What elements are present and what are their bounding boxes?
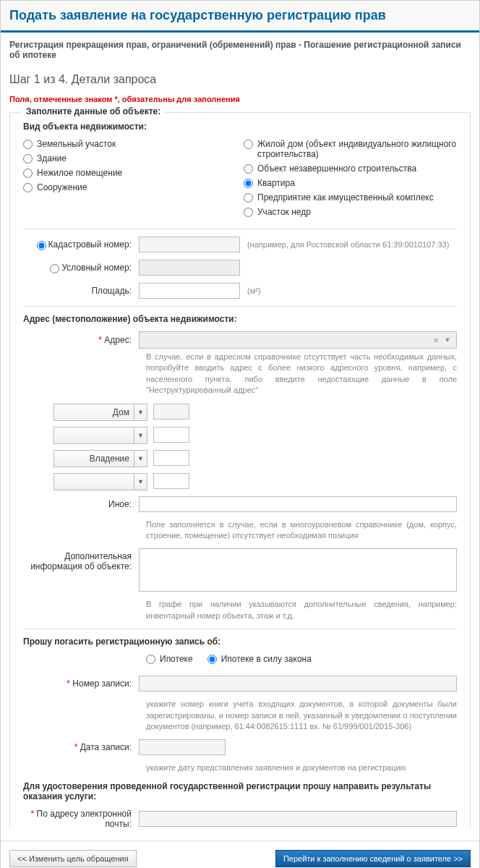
conditional-number-input bbox=[139, 260, 240, 276]
other-input[interactable] bbox=[139, 496, 457, 512]
address-clear-icon[interactable]: × bbox=[433, 335, 439, 346]
property-type-radio[interactable] bbox=[244, 193, 253, 203]
property-type-radio[interactable] bbox=[244, 179, 253, 188]
extra-info-label: Дополнительная информация об объекте: bbox=[23, 548, 139, 571]
property-type-option: Сооружение bbox=[37, 182, 87, 192]
mortgage-label: Ипотеке bbox=[160, 654, 193, 664]
cadastral-hint: (например, для Ростовской области 61:39:… bbox=[247, 240, 449, 249]
record-number-hint: укажите номер книги учета входящих докум… bbox=[146, 699, 457, 732]
property-type-radio[interactable] bbox=[23, 169, 33, 178]
property-type-radio[interactable] bbox=[244, 140, 253, 149]
record-date-hint: укажите дату представления заявления и д… bbox=[146, 762, 457, 773]
email-input[interactable] bbox=[139, 811, 457, 827]
property-type-option: Участок недр bbox=[257, 207, 311, 217]
extra-info-hint: В графе при наличии указываются дополнит… bbox=[146, 599, 457, 621]
chevron-down-icon[interactable]: ▼ bbox=[134, 450, 147, 467]
area-label: Площадь: bbox=[23, 286, 139, 296]
conditional-number-radio[interactable] bbox=[50, 264, 59, 273]
other-label: Иное: bbox=[23, 499, 139, 509]
delivery-heading: Для удостоверения проведенной государств… bbox=[23, 781, 457, 801]
record-heading: Прошу погасить регистрационную запись об… bbox=[23, 637, 457, 647]
property-type-option: Жилой дом (объект индивидуального жилищн… bbox=[257, 139, 457, 159]
chevron-down-icon[interactable]: ▼ bbox=[442, 336, 453, 344]
building-part-select-4[interactable] bbox=[53, 473, 134, 490]
other-hint: Поле заполняется в случае, если в многоу… bbox=[146, 519, 457, 542]
property-type-radio[interactable] bbox=[23, 183, 33, 192]
page-title: Подать заявление на государственную реги… bbox=[9, 8, 471, 23]
section-legend: Заполните данные об объекте: bbox=[22, 106, 165, 116]
cadastral-number-label: Кадастровый номер: bbox=[48, 239, 132, 250]
record-date-label: Дата записи: bbox=[80, 742, 132, 752]
house-number-input[interactable] bbox=[153, 404, 189, 420]
area-input[interactable] bbox=[139, 283, 240, 299]
record-number-input[interactable] bbox=[139, 676, 457, 692]
email-label: По адресу электронной почты: bbox=[37, 809, 132, 829]
building-part-input-4[interactable] bbox=[153, 473, 189, 489]
property-type-option: Предприятие как имущественный комплекс bbox=[257, 192, 434, 203]
mortgage-by-law-radio[interactable] bbox=[207, 655, 217, 664]
property-type-radio[interactable] bbox=[244, 164, 253, 174]
address-heading: Адрес (местоположение) объекта недвижимо… bbox=[23, 314, 457, 324]
chevron-down-icon[interactable]: ▼ bbox=[134, 404, 147, 421]
property-type-radio[interactable] bbox=[23, 154, 33, 163]
address-combobox[interactable]: × ▼ bbox=[139, 331, 457, 349]
change-purpose-button[interactable]: << Изменить цель обращения bbox=[9, 850, 137, 867]
record-number-label: Номер записи: bbox=[72, 678, 132, 689]
property-type-option: Земельный участок bbox=[37, 139, 116, 149]
cadastral-number-radio[interactable] bbox=[37, 241, 46, 250]
property-type-label: Вид объекта недвижимости: bbox=[23, 122, 457, 132]
step-title: Шаг 1 из 4. Детали запроса bbox=[1, 67, 479, 92]
ownership-input[interactable] bbox=[153, 450, 189, 466]
property-type-option: Квартира bbox=[257, 178, 295, 188]
page-subheader: Регистрация прекращения прав, ограничени… bbox=[1, 33, 479, 67]
property-type-option: Нежилое помещение bbox=[37, 168, 122, 178]
address-label: Адрес: bbox=[104, 335, 132, 345]
extra-info-textarea[interactable] bbox=[139, 548, 457, 592]
cadastral-number-input[interactable] bbox=[139, 237, 240, 252]
mortgage-by-law-label: Ипотеке в силу закона bbox=[221, 654, 312, 664]
chevron-down-icon[interactable]: ▼ bbox=[134, 427, 147, 444]
next-step-button[interactable]: Перейти к заполнению сведений о заявител… bbox=[275, 850, 471, 867]
object-details-section: Заполните данные об объекте: Вид объекта… bbox=[9, 112, 471, 829]
record-date-input[interactable] bbox=[139, 739, 226, 755]
property-type-option: Объект незавершенного строительства bbox=[257, 163, 416, 174]
area-unit: (м²) bbox=[247, 286, 261, 295]
ownership-select[interactable]: Владение bbox=[53, 450, 134, 467]
mortgage-radio[interactable] bbox=[146, 655, 155, 664]
page-header: Подать заявление на государственную реги… bbox=[1, 1, 479, 33]
property-type-radio[interactable] bbox=[244, 208, 253, 217]
chevron-down-icon[interactable]: ▼ bbox=[134, 473, 147, 490]
property-type-radio[interactable] bbox=[23, 140, 33, 149]
required-fields-note: Поля, отмеченные знаком *, обязательны д… bbox=[1, 92, 479, 106]
conditional-number-label: Условный номер: bbox=[61, 263, 132, 273]
house-type-select[interactable]: Дом bbox=[53, 404, 134, 421]
address-hint: В случае, если в адресном справочнике от… bbox=[146, 352, 457, 396]
property-type-option: Здание bbox=[37, 153, 67, 163]
building-part-select-2[interactable] bbox=[53, 427, 134, 444]
building-part-input-2[interactable] bbox=[153, 427, 189, 443]
footer-actions: << Изменить цель обращения Перейти к зап… bbox=[1, 841, 479, 868]
